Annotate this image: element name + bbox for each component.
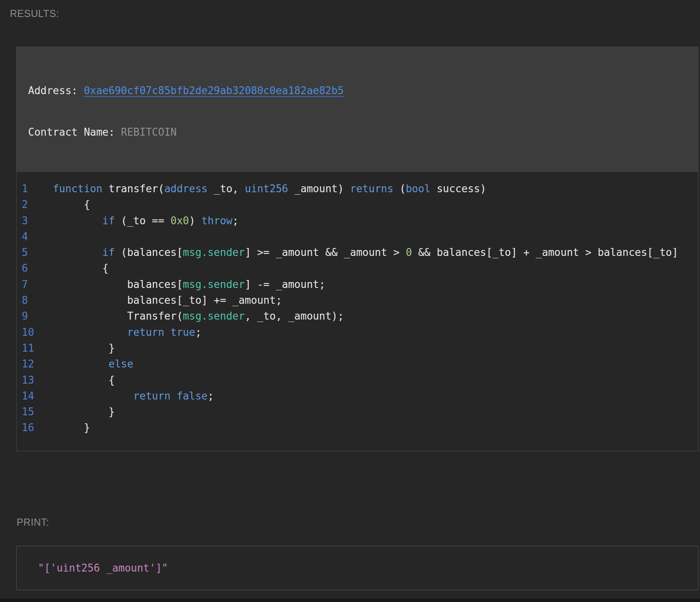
line-number: 6	[22, 260, 28, 276]
code-line: 6 {	[17, 260, 698, 276]
contract-info-header: Address: 0xae690cf07c85bfb2de29ab32080c0…	[17, 47, 698, 172]
code-line: 8 balances[_to] += _amount;	[17, 292, 698, 308]
source-text: balances[msg.sender] -= _amount;	[28, 276, 325, 292]
bottom-edge-strip	[0, 598, 700, 602]
source-text: if (_to == 0x0) throw;	[28, 213, 238, 229]
source-text: {	[28, 260, 109, 276]
results-section-label: RESULTS:	[10, 8, 59, 19]
contract-name-label: Contract Name:	[28, 126, 121, 138]
line-number: 8	[22, 292, 28, 308]
code-line: 2 {	[17, 197, 698, 212]
source-text: {	[28, 197, 90, 212]
code-lines: 1 function transfer(address _to, uint256…	[17, 172, 698, 451]
line-number: 1	[22, 181, 28, 197]
source-text: Transfer(msg.sender, _to, _amount);	[28, 308, 344, 324]
source-text: if (balances[msg.sender] >= _amount && _…	[28, 244, 678, 260]
source-text: else	[28, 356, 133, 372]
print-section-label: PRINT:	[17, 517, 49, 528]
contract-address-link[interactable]: 0xae690cf07c85bfb2de29ab32080c0ea182ae82…	[84, 85, 344, 97]
line-number: 4	[22, 229, 28, 244]
contract-result-panel: Address: 0xae690cf07c85bfb2de29ab32080c0…	[16, 47, 698, 451]
address-label: Address:	[28, 85, 84, 97]
code-line: 9 Transfer(msg.sender, _to, _amount);	[17, 308, 698, 324]
print-output-box: "['uint256 _amount']"	[16, 546, 698, 590]
code-line: 12 else	[17, 356, 698, 372]
code-line: 15 }	[17, 404, 698, 420]
line-number: 7	[22, 276, 28, 292]
source-text: balances[_to] += _amount;	[28, 292, 282, 308]
source-text: function transfer(address _to, uint256 _…	[28, 181, 486, 197]
code-line: 3 if (_to == 0x0) throw;	[17, 213, 698, 229]
code-line: 14 return false;	[17, 388, 698, 404]
contract-name-value: REBITCOIN	[121, 126, 177, 138]
code-line: 1 function transfer(address _to, uint256…	[17, 181, 698, 197]
source-text: {	[28, 372, 115, 388]
source-text: }	[28, 404, 115, 420]
source-text: return false;	[28, 388, 214, 404]
code-line: 10 return true;	[17, 324, 698, 340]
address-row: Address: 0xae690cf07c85bfb2de29ab32080c0…	[28, 84, 686, 98]
code-line: 7 balances[msg.sender] -= _amount;	[17, 276, 698, 292]
line-number: 9	[22, 308, 28, 324]
source-text: }	[28, 420, 90, 435]
source-text: }	[28, 340, 115, 356]
code-line: 16 }	[17, 420, 698, 435]
line-number: 3	[22, 213, 28, 229]
code-line: 11 }	[17, 340, 698, 356]
line-number: 2	[22, 197, 28, 212]
line-number: 5	[22, 244, 28, 260]
contract-name-row: Contract Name: REBITCOIN	[28, 125, 686, 139]
source-text: return true;	[28, 324, 201, 340]
code-line: 4	[17, 229, 698, 244]
code-line: 13 {	[17, 372, 698, 388]
print-output-text: "['uint256 _amount']"	[38, 562, 168, 574]
code-line: 5 if (balances[msg.sender] >= _amount &&…	[17, 244, 698, 260]
